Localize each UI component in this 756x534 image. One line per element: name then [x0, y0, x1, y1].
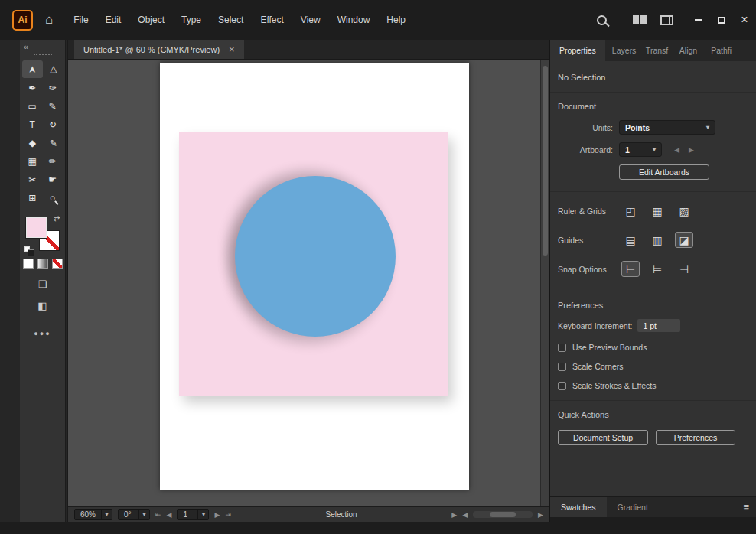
tab-gradient[interactable]: Gradient	[607, 497, 659, 517]
hand-tool[interactable]: ☛	[43, 171, 64, 188]
tab-properties[interactable]: Properties	[550, 40, 605, 61]
panel-grip[interactable]	[34, 54, 52, 57]
arrange-documents-icon[interactable]	[633, 15, 647, 24]
show-guides-icon[interactable]: ▤	[622, 233, 639, 247]
canvas[interactable]	[68, 60, 549, 506]
close-tab-icon[interactable]: ×	[229, 44, 235, 55]
next-artboard-icon[interactable]: ▶	[214, 511, 220, 519]
units-dropdown[interactable]: Points ▾	[619, 120, 715, 135]
keyboard-increment-input[interactable]: 1 pt	[637, 319, 680, 332]
rectangle-tool-icon: ▭	[28, 102, 37, 111]
artboard-tool[interactable]: ⊞	[22, 189, 43, 207]
lock-guides-icon[interactable]: ▥	[649, 233, 666, 247]
scale-strokes-effects-checkbox[interactable]	[558, 382, 566, 390]
status-expand-icon[interactable]: ▶	[451, 511, 457, 519]
swap-fill-stroke-icon[interactable]: ⇄	[54, 214, 60, 223]
paintbrush-tool-icon: ✎	[49, 102, 57, 111]
default-fill-stroke-icon[interactable]	[24, 246, 30, 252]
close-button[interactable]: ×	[733, 11, 756, 29]
menu-view[interactable]: View	[292, 15, 329, 25]
none-mode-button[interactable]	[52, 259, 63, 269]
rectangle-tool[interactable]: ▭	[22, 97, 43, 115]
menu-object[interactable]: Object	[129, 15, 173, 25]
menu-window[interactable]: Window	[329, 15, 379, 25]
menu-edit[interactable]: Edit	[97, 15, 130, 25]
shaper-tool[interactable]: ✏	[43, 152, 64, 170]
mesh-tool[interactable]: ▦	[22, 152, 43, 170]
minimize-button[interactable]	[687, 11, 710, 29]
document-setup-button[interactable]: Document Setup	[558, 430, 648, 445]
menu-select[interactable]: Select	[210, 15, 252, 25]
home-icon[interactable]: ⌂	[45, 12, 53, 28]
snap-to-point-icon[interactable]: ⊣	[676, 262, 692, 276]
scroll-right-icon[interactable]: ▶	[538, 511, 543, 519]
scale-corners-checkbox[interactable]	[558, 363, 566, 371]
type-tool[interactable]: T	[22, 116, 43, 133]
preferences-button[interactable]: Preferences	[656, 430, 735, 445]
titlebar: Ai ⌂ File Edit Object Type Select Effect…	[0, 0, 756, 40]
snap-options-icons: ⊢ ⊨ ⊣	[622, 262, 692, 276]
collapse-panel-icon[interactable]: «	[20, 40, 65, 51]
eraser-tool[interactable]: ◆	[22, 134, 43, 151]
horizontal-scrollbar-thumb[interactable]	[490, 512, 516, 517]
menu-effect[interactable]: Effect	[252, 15, 292, 25]
maximize-button[interactable]	[710, 11, 733, 29]
paintbrush-tool[interactable]: ✎	[43, 97, 64, 115]
titlebar-right: ×	[597, 11, 756, 29]
eyedropper-tool[interactable]: ✐	[43, 134, 64, 151]
tab-pathfinder[interactable]: Pathfi	[704, 40, 738, 61]
panel-menu-icon[interactable]: ≡	[743, 497, 749, 517]
tab-align[interactable]: Align	[673, 40, 704, 61]
ruler-grids-icons: ◰ ▦ ▨	[622, 204, 692, 218]
color-mode-button[interactable]	[23, 259, 34, 269]
vertical-scrollbar[interactable]	[540, 60, 549, 506]
pen-tool[interactable]: ✒	[22, 79, 43, 96]
first-artboard-icon[interactable]: ⇤	[155, 511, 161, 519]
rotate-tool[interactable]: ↻	[43, 116, 64, 133]
more-tools-icon[interactable]: ●●●	[20, 330, 65, 337]
document-tab[interactable]: Untitled-1* @ 60 % (CMYK/Preview) ×	[74, 40, 244, 59]
transparency-grid-icon[interactable]: ▨	[676, 204, 692, 218]
pink-square-shape[interactable]	[179, 132, 448, 396]
illustrator-window: Ai ⌂ File Edit Object Type Select Effect…	[0, 0, 756, 534]
selection-status: No Selection	[550, 61, 756, 92]
search-icon[interactable]	[597, 15, 607, 25]
edit-artboards-button[interactable]: Edit Artboards	[619, 164, 709, 180]
rotation-select[interactable]: 0° ▾	[118, 509, 150, 520]
curvature-tool[interactable]: ✑	[43, 79, 64, 96]
vertical-scrollbar-thumb[interactable]	[543, 66, 548, 256]
fill-swatch[interactable]	[26, 217, 47, 238]
snap-to-pixel-icon[interactable]: ⊨	[649, 262, 666, 276]
horizontal-scrollbar[interactable]	[473, 511, 533, 518]
menu-file[interactable]: File	[65, 15, 96, 25]
artboard[interactable]	[160, 63, 469, 490]
draw-mode-icon[interactable]: ❏	[20, 278, 65, 290]
artboard-nav-select[interactable]: 1 ▾	[177, 509, 209, 520]
direct-selection-tool[interactable]: ▷	[43, 60, 64, 78]
gradient-mode-button[interactable]	[37, 259, 48, 269]
zoom-tool[interactable]: ○	[43, 189, 64, 207]
workspace-switcher-icon[interactable]	[660, 15, 673, 25]
smart-guides-icon[interactable]: ◪	[676, 233, 692, 247]
ruler-icon[interactable]: ◰	[622, 204, 639, 218]
menu-help[interactable]: Help	[378, 15, 414, 25]
scissors-tool[interactable]: ✂	[22, 171, 43, 188]
last-artboard-icon[interactable]: ⇥	[225, 511, 231, 519]
zoom-select[interactable]: 60% ▾	[74, 509, 112, 520]
blue-circle-shape[interactable]	[235, 176, 396, 337]
use-preview-bounds-checkbox[interactable]	[558, 344, 566, 352]
artboard-prev-icon[interactable]: ◀	[674, 146, 679, 154]
tab-swatches[interactable]: Swatches	[550, 497, 607, 517]
scroll-left-icon[interactable]: ◀	[462, 511, 468, 519]
previous-artboard-icon[interactable]: ◀	[167, 511, 172, 519]
artboard-dropdown[interactable]: 1 ▾	[619, 142, 662, 157]
grid-icon[interactable]: ▦	[649, 204, 666, 218]
type-tool-icon: T	[30, 120, 35, 129]
selection-tool[interactable]: ➤	[22, 60, 43, 78]
tab-transform[interactable]: Transf	[639, 40, 673, 61]
artboard-next-icon[interactable]: ▶	[689, 146, 694, 154]
menu-type[interactable]: Type	[173, 15, 210, 25]
tab-layers[interactable]: Layers	[605, 40, 639, 61]
snap-to-grid-icon[interactable]: ⊢	[622, 262, 639, 276]
screen-mode-icon[interactable]: ◧	[20, 300, 65, 311]
